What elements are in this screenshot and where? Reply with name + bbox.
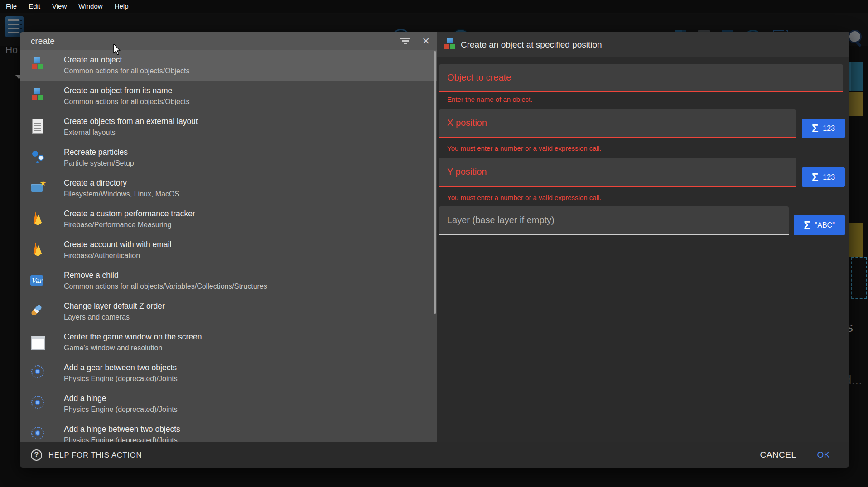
action-list-item[interactable]: Var Remove a child Common actions for al… xyxy=(20,265,437,296)
x-field-error: You must enter a number or a valid expre… xyxy=(447,144,601,152)
help-icon: ? xyxy=(31,449,42,461)
ok-button[interactable]: OK xyxy=(817,450,830,460)
action-group: Physics Engine (deprecated)/Joints xyxy=(64,406,178,414)
help-for-action-button[interactable]: HELP FOR THIS ACTION xyxy=(48,451,760,459)
action-list-item[interactable]: Create an object from its name Common ac… xyxy=(20,81,437,111)
menu-bar: File Edit View Window Help xyxy=(0,0,868,13)
background-edge-block xyxy=(849,62,863,91)
sigma-icon: Σ xyxy=(812,172,818,183)
background-home-tab: Ho xyxy=(5,44,18,55)
action-title: Add a gear between two objects xyxy=(64,363,177,372)
menu-help[interactable]: Help xyxy=(109,0,135,13)
action-list-item[interactable]: Change layer default Z order Layers and … xyxy=(20,296,437,327)
dialog-footer: ? HELP FOR THIS ACTION CANCEL OK xyxy=(20,442,849,468)
menu-edit[interactable]: Edit xyxy=(23,0,46,13)
x-position-field[interactable]: X position xyxy=(439,109,796,138)
physics-icon xyxy=(30,395,46,412)
sigma-icon: Σ xyxy=(804,220,810,231)
firebase-icon xyxy=(30,241,46,258)
background-edge-block xyxy=(849,223,863,257)
action-list-item[interactable]: Add a hinge between two objects Physics … xyxy=(20,419,437,442)
var-badge-icon: Var xyxy=(30,275,43,286)
list-scrollbar[interactable] xyxy=(434,51,436,314)
action-title: Add a hinge between two objects xyxy=(64,425,180,434)
action-group: Common actions for all objects/Objects xyxy=(64,67,189,75)
sigma-icon: Σ xyxy=(812,123,818,134)
action-group: Firebase/Performance Measuring xyxy=(64,221,171,229)
menu-file[interactable]: File xyxy=(0,0,23,13)
action-list: Create an object Common actions for all … xyxy=(20,50,437,442)
action-group: Common actions for all objects/Variables… xyxy=(64,282,267,291)
menu-view[interactable]: View xyxy=(46,0,72,13)
action-list-item[interactable]: Add a gear between two objects Physics E… xyxy=(20,358,437,388)
action-title: Create account with with email xyxy=(64,240,171,249)
object-field-placeholder: Object to create xyxy=(447,64,511,91)
background-selection-outline xyxy=(851,257,867,299)
particles-icon xyxy=(30,149,46,166)
objects-cubes-icon xyxy=(30,87,46,105)
object-field-helper: Enter the name of an object. xyxy=(447,95,532,103)
action-list-item[interactable]: Center the game window on the screen Gam… xyxy=(20,327,437,358)
action-group: Common actions for all objects/Objects xyxy=(64,98,189,106)
physics-icon xyxy=(30,364,46,382)
layer-field-placeholder: Layer (base layer if empty) xyxy=(447,206,555,234)
action-list-item[interactable]: Create account with with email Firebase/… xyxy=(20,234,437,265)
action-group: Filesystem/Windows, Linux, MacOS xyxy=(64,190,179,198)
y-field-placeholder: Y position xyxy=(447,158,487,186)
action-title: Remove a child xyxy=(64,271,119,280)
action-parameters-panel: Create an object at specified position O… xyxy=(437,32,849,442)
action-group: Physics Engine (deprecated)/Joints xyxy=(64,436,178,442)
objects-cubes-icon xyxy=(443,37,458,54)
cancel-button[interactable]: CANCEL xyxy=(760,450,796,460)
background-edge-block xyxy=(849,92,863,116)
firebase-icon xyxy=(30,210,46,228)
action-list-item[interactable]: Create objects from an external layout E… xyxy=(20,111,437,142)
action-list-item[interactable]: Create a directory Filesystem/Windows, L… xyxy=(20,173,437,204)
action-group: Particle system/Setup xyxy=(64,159,134,167)
y-field-error: You must enter a number or a valid expre… xyxy=(447,194,601,201)
action-title: Create a custom performance tracker xyxy=(64,209,195,219)
objects-cubes-icon xyxy=(30,57,46,74)
y-expression-button[interactable]: Σ 123 xyxy=(802,167,845,187)
action-list-item[interactable]: Add a hinge Physics Engine (deprecated)/… xyxy=(20,388,437,419)
action-group: Physics Engine (deprecated)/Joints xyxy=(64,375,178,383)
eraser-icon xyxy=(30,303,46,320)
folder-star-icon xyxy=(30,180,46,197)
search-input[interactable]: create xyxy=(31,36,400,46)
filter-icon[interactable] xyxy=(400,37,411,45)
action-title: Create an object at specified position xyxy=(461,32,602,57)
action-title: Recreate particles xyxy=(64,148,128,157)
expression-button-label: 123 xyxy=(823,124,835,133)
action-title: Create an object from its name xyxy=(64,86,172,95)
menu-window[interactable]: Window xyxy=(72,0,108,13)
y-position-field[interactable]: Y position xyxy=(439,158,796,187)
external-layout-icon xyxy=(30,118,46,135)
action-title: Create a directory xyxy=(64,178,127,188)
action-group: Game's window and resolution xyxy=(64,344,162,352)
action-list-item[interactable]: Create a custom performance tracker Fire… xyxy=(20,204,437,234)
gdevelop-app-window: File Edit View Window Help PREVIEW PUBLI… xyxy=(0,0,868,487)
action-group: Firebase/Authentication xyxy=(64,252,140,260)
action-title: Change layer default Z order xyxy=(64,301,165,311)
search-bar[interactable]: create ✕ xyxy=(20,32,437,50)
action-list-item[interactable]: Create an object Common actions for all … xyxy=(20,50,437,81)
detail-header: Create an object at specified position xyxy=(437,32,849,57)
action-title: Center the game window on the screen xyxy=(64,332,202,342)
x-field-placeholder: X position xyxy=(447,109,487,137)
physics-icon xyxy=(30,426,46,442)
close-icon[interactable]: ✕ xyxy=(422,36,430,46)
action-group: Layers and cameras xyxy=(64,313,130,321)
action-group: External layouts xyxy=(64,129,116,137)
action-list-item[interactable]: Recreate particles Particle system/Setup xyxy=(20,142,437,173)
layer-expression-button[interactable]: Σ "ABC" xyxy=(794,215,845,235)
mouse-cursor xyxy=(113,44,123,56)
expression-button-label: 123 xyxy=(823,173,835,181)
action-search-panel: create ✕ Create an object Common actions… xyxy=(20,32,437,442)
layer-field[interactable]: Layer (base layer if empty) xyxy=(439,206,789,235)
instruction-editor-dialog: create ✕ Create an object Common actions… xyxy=(20,32,849,468)
action-title: Add a hinge xyxy=(64,394,106,403)
window-icon xyxy=(30,334,46,351)
object-to-create-field[interactable]: Object to create xyxy=(439,64,843,92)
expression-button-label: "ABC" xyxy=(815,221,835,229)
x-expression-button[interactable]: Σ 123 xyxy=(802,119,845,138)
